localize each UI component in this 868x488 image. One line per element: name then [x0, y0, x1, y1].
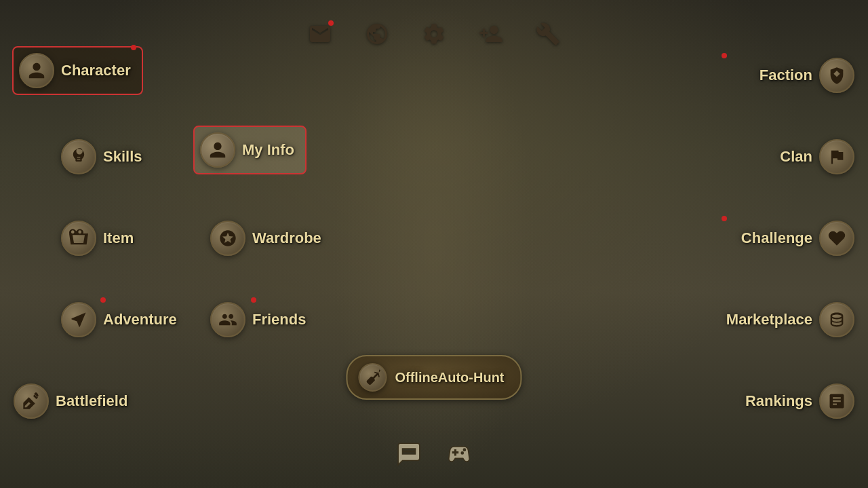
offline-hunt-icon-circle: [358, 363, 387, 392]
wardrobe-label: Wardrobe: [252, 229, 321, 247]
adventure-notification: [100, 297, 106, 303]
skills-label: Skills: [103, 148, 142, 166]
rankings-button[interactable]: Rankings: [745, 383, 854, 419]
offline-auto-hunt-button[interactable]: OfflineAuto-Hunt: [346, 355, 521, 400]
item-button[interactable]: Item: [61, 221, 134, 256]
item-icon-circle: [61, 221, 96, 256]
faction-notification: [722, 53, 727, 58]
marketplace-label: Marketplace: [726, 311, 812, 329]
character-notification: [131, 45, 136, 50]
clan-label: Clan: [780, 148, 812, 166]
challenge-notification: [722, 216, 727, 221]
faction-button[interactable]: Faction: [760, 58, 854, 93]
faction-label: Faction: [760, 67, 812, 84]
add-friend-button[interactable]: [476, 19, 506, 49]
item-label: Item: [103, 229, 134, 247]
faction-icon-circle: [819, 58, 854, 93]
friends-button[interactable]: Friends: [210, 302, 306, 337]
challenge-button[interactable]: Challenge: [741, 221, 854, 256]
challenge-label: Challenge: [741, 229, 812, 247]
adventure-button[interactable]: Adventure: [61, 302, 177, 337]
character-icon-circle: [19, 53, 54, 88]
wardrobe-button[interactable]: Wardrobe: [210, 221, 321, 256]
marketplace-icon-circle: [819, 302, 854, 337]
rankings-label: Rankings: [745, 392, 812, 410]
battlefield-icon-circle: [14, 383, 49, 419]
skills-button[interactable]: Skills: [61, 139, 142, 174]
myinfo-button[interactable]: My Info: [193, 126, 307, 174]
wardrobe-icon-circle: [210, 221, 245, 256]
myinfo-label: My Info: [242, 141, 294, 159]
battlefield-label: Battlefield: [56, 392, 127, 410]
battlefield-button[interactable]: Battlefield: [14, 383, 127, 419]
gamepad-button[interactable]: [444, 439, 474, 469]
character-label: Character: [61, 62, 131, 79]
top-bar: [305, 19, 563, 49]
friends-icon-circle: [210, 302, 245, 337]
chat-button[interactable]: [394, 439, 424, 469]
adventure-icon-circle: [61, 302, 96, 337]
clan-button[interactable]: Clan: [780, 139, 854, 174]
offline-hunt-label: OfflineAuto-Hunt: [395, 370, 504, 386]
settings-button[interactable]: [419, 19, 449, 49]
challenge-icon-circle: [819, 221, 854, 256]
clan-icon-circle: [819, 139, 854, 174]
myinfo-icon-circle: [200, 132, 235, 168]
adventure-label: Adventure: [103, 311, 177, 329]
mail-button[interactable]: [305, 19, 335, 49]
bottom-bar: [394, 439, 474, 469]
friends-label: Friends: [252, 311, 306, 329]
globe-button[interactable]: [362, 19, 392, 49]
friends-notification: [251, 297, 256, 303]
skills-icon-circle: [61, 139, 96, 174]
tools-button[interactable]: [533, 19, 563, 49]
character-button[interactable]: Character: [12, 46, 143, 95]
rankings-icon-circle: [819, 383, 854, 419]
marketplace-button[interactable]: Marketplace: [726, 302, 854, 337]
